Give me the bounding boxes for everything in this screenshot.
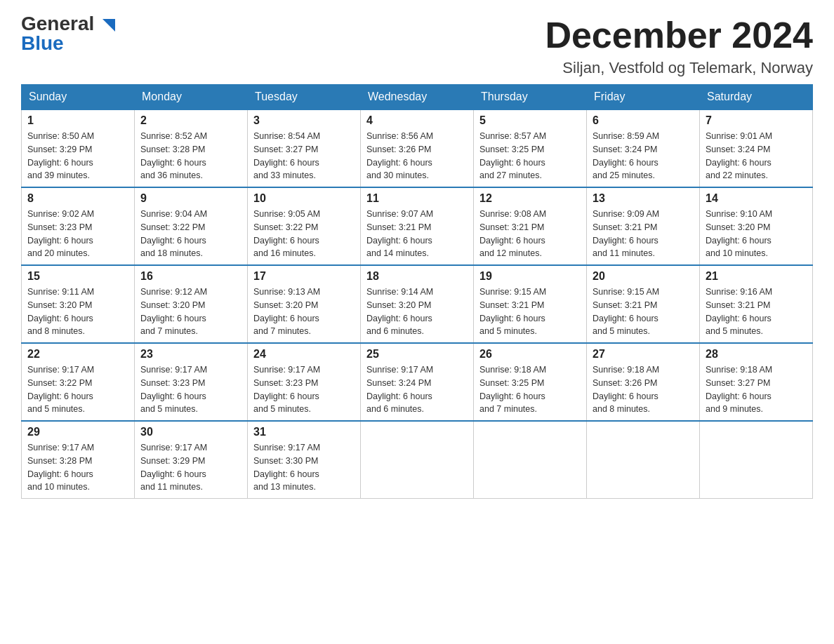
day-number: 4 — [366, 114, 468, 127]
day-info: Sunrise: 9:17 AMSunset: 3:24 PMDaylight:… — [366, 363, 468, 416]
day-info: Sunrise: 9:09 AMSunset: 3:21 PMDaylight:… — [593, 208, 694, 260]
day-info: Sunrise: 8:57 AMSunset: 3:25 PMDaylight:… — [479, 130, 581, 182]
day-info: Sunrise: 8:52 AMSunset: 3:28 PMDaylight:… — [140, 130, 241, 182]
day-cell-23: 23Sunrise: 9:17 AMSunset: 3:23 PMDayligh… — [135, 343, 248, 421]
svg-marker-0 — [102, 19, 115, 32]
day-number: 13 — [593, 192, 694, 205]
day-cell-25: 25Sunrise: 9:17 AMSunset: 3:24 PMDayligh… — [361, 343, 474, 421]
day-number: 17 — [253, 270, 355, 283]
day-info: Sunrise: 9:12 AMSunset: 3:20 PMDaylight:… — [140, 286, 241, 338]
day-number: 11 — [366, 192, 468, 205]
day-info: Sunrise: 9:01 AMSunset: 3:24 PMDaylight:… — [706, 130, 807, 182]
day-info: Sunrise: 8:59 AMSunset: 3:24 PMDaylight:… — [593, 130, 694, 182]
day-info: Sunrise: 8:54 AMSunset: 3:27 PMDaylight:… — [253, 130, 355, 182]
day-cell-26: 26Sunrise: 9:18 AMSunset: 3:25 PMDayligh… — [474, 343, 587, 421]
header-sunday: Sunday — [22, 85, 135, 110]
day-cell-29: 29Sunrise: 9:17 AMSunset: 3:28 PMDayligh… — [22, 421, 135, 499]
day-number: 16 — [140, 270, 241, 283]
week-row-1: 1Sunrise: 8:50 AMSunset: 3:29 PMDaylight… — [22, 109, 813, 187]
day-cell-13: 13Sunrise: 9:09 AMSunset: 3:21 PMDayligh… — [587, 187, 700, 265]
page-header: General Blue December 2024 Siljan, Vestf… — [21, 14, 813, 77]
day-number: 28 — [706, 348, 807, 361]
day-cell-18: 18Sunrise: 9:14 AMSunset: 3:20 PMDayligh… — [361, 265, 474, 343]
day-info: Sunrise: 9:18 AMSunset: 3:25 PMDaylight:… — [479, 363, 581, 416]
day-cell-11: 11Sunrise: 9:07 AMSunset: 3:21 PMDayligh… — [361, 187, 474, 265]
day-info: Sunrise: 9:02 AMSunset: 3:23 PMDaylight:… — [27, 208, 128, 260]
day-number: 24 — [253, 348, 355, 361]
day-cell-6: 6Sunrise: 8:59 AMSunset: 3:24 PMDaylight… — [587, 109, 700, 187]
day-info: Sunrise: 9:10 AMSunset: 3:20 PMDaylight:… — [706, 208, 807, 260]
day-number: 21 — [706, 270, 807, 283]
calendar-table: Sunday Monday Tuesday Wednesday Thursday… — [21, 84, 813, 499]
day-cell-27: 27Sunrise: 9:18 AMSunset: 3:26 PMDayligh… — [587, 343, 700, 421]
day-info: Sunrise: 9:08 AMSunset: 3:21 PMDaylight:… — [479, 208, 581, 260]
day-cell-19: 19Sunrise: 9:15 AMSunset: 3:21 PMDayligh… — [474, 265, 587, 343]
day-cell-empty — [700, 421, 813, 499]
day-cell-21: 21Sunrise: 9:16 AMSunset: 3:21 PMDayligh… — [700, 265, 813, 343]
day-number: 22 — [27, 348, 128, 361]
day-info: Sunrise: 9:17 AMSunset: 3:29 PMDaylight:… — [140, 441, 241, 494]
week-row-3: 15Sunrise: 9:11 AMSunset: 3:20 PMDayligh… — [22, 265, 813, 343]
day-number: 31 — [253, 426, 355, 438]
week-row-2: 8Sunrise: 9:02 AMSunset: 3:23 PMDaylight… — [22, 187, 813, 265]
day-number: 12 — [479, 192, 581, 205]
day-info: Sunrise: 9:15 AMSunset: 3:21 PMDaylight:… — [593, 286, 694, 338]
day-info: Sunrise: 9:07 AMSunset: 3:21 PMDaylight:… — [366, 208, 468, 260]
day-cell-4: 4Sunrise: 8:56 AMSunset: 3:26 PMDaylight… — [361, 109, 474, 187]
month-title: December 2024 — [545, 14, 813, 56]
day-cell-5: 5Sunrise: 8:57 AMSunset: 3:25 PMDaylight… — [474, 109, 587, 187]
day-number: 29 — [27, 426, 128, 438]
day-info: Sunrise: 9:14 AMSunset: 3:20 PMDaylight:… — [366, 286, 468, 338]
day-cell-9: 9Sunrise: 9:04 AMSunset: 3:22 PMDaylight… — [135, 187, 248, 265]
day-cell-30: 30Sunrise: 9:17 AMSunset: 3:29 PMDayligh… — [135, 421, 248, 499]
day-number: 26 — [479, 348, 581, 361]
day-info: Sunrise: 9:18 AMSunset: 3:27 PMDaylight:… — [706, 363, 807, 416]
day-number: 5 — [479, 114, 581, 127]
day-info: Sunrise: 8:56 AMSunset: 3:26 PMDaylight:… — [366, 130, 468, 182]
header-thursday: Thursday — [474, 85, 587, 110]
day-number: 14 — [706, 192, 807, 205]
day-number: 19 — [479, 270, 581, 283]
header-saturday: Saturday — [700, 85, 813, 110]
day-number: 6 — [593, 114, 694, 127]
day-cell-20: 20Sunrise: 9:15 AMSunset: 3:21 PMDayligh… — [587, 265, 700, 343]
day-number: 20 — [593, 270, 694, 283]
header-friday: Friday — [587, 85, 700, 110]
day-cell-16: 16Sunrise: 9:12 AMSunset: 3:20 PMDayligh… — [135, 265, 248, 343]
day-cell-10: 10Sunrise: 9:05 AMSunset: 3:22 PMDayligh… — [248, 187, 361, 265]
day-cell-empty — [361, 421, 474, 499]
day-info: Sunrise: 9:17 AMSunset: 3:22 PMDaylight:… — [27, 363, 128, 416]
header-wednesday: Wednesday — [361, 85, 474, 110]
week-row-5: 29Sunrise: 9:17 AMSunset: 3:28 PMDayligh… — [22, 421, 813, 499]
day-info: Sunrise: 9:05 AMSunset: 3:22 PMDaylight:… — [253, 208, 355, 260]
location-title: Siljan, Vestfold og Telemark, Norway — [545, 59, 813, 77]
day-info: Sunrise: 9:13 AMSunset: 3:20 PMDaylight:… — [253, 286, 355, 338]
header-tuesday: Tuesday — [248, 85, 361, 110]
title-block: December 2024 Siljan, Vestfold og Telema… — [545, 14, 813, 77]
day-cell-12: 12Sunrise: 9:08 AMSunset: 3:21 PMDayligh… — [474, 187, 587, 265]
day-number: 30 — [140, 426, 241, 438]
day-cell-8: 8Sunrise: 9:02 AMSunset: 3:23 PMDaylight… — [22, 187, 135, 265]
day-cell-empty — [474, 421, 587, 499]
header-monday: Monday — [135, 85, 248, 110]
day-number: 9 — [140, 192, 241, 205]
day-cell-empty — [587, 421, 700, 499]
day-number: 3 — [253, 114, 355, 127]
day-info: Sunrise: 9:17 AMSunset: 3:23 PMDaylight:… — [253, 363, 355, 416]
day-number: 1 — [27, 114, 128, 127]
logo-text-blue: Blue — [21, 34, 64, 53]
calendar-header-row: Sunday Monday Tuesday Wednesday Thursday… — [22, 85, 813, 110]
day-cell-7: 7Sunrise: 9:01 AMSunset: 3:24 PMDaylight… — [700, 109, 813, 187]
day-info: Sunrise: 8:50 AMSunset: 3:29 PMDaylight:… — [27, 130, 128, 182]
day-number: 7 — [706, 114, 807, 127]
day-info: Sunrise: 9:17 AMSunset: 3:28 PMDaylight:… — [27, 441, 128, 494]
day-number: 10 — [253, 192, 355, 205]
day-number: 18 — [366, 270, 468, 283]
day-info: Sunrise: 9:16 AMSunset: 3:21 PMDaylight:… — [706, 286, 807, 338]
day-number: 25 — [366, 348, 468, 361]
day-info: Sunrise: 9:17 AMSunset: 3:30 PMDaylight:… — [253, 441, 355, 494]
day-info: Sunrise: 9:15 AMSunset: 3:21 PMDaylight:… — [479, 286, 581, 338]
day-info: Sunrise: 9:11 AMSunset: 3:20 PMDaylight:… — [27, 286, 128, 338]
day-cell-14: 14Sunrise: 9:10 AMSunset: 3:20 PMDayligh… — [700, 187, 813, 265]
day-cell-2: 2Sunrise: 8:52 AMSunset: 3:28 PMDaylight… — [135, 109, 248, 187]
